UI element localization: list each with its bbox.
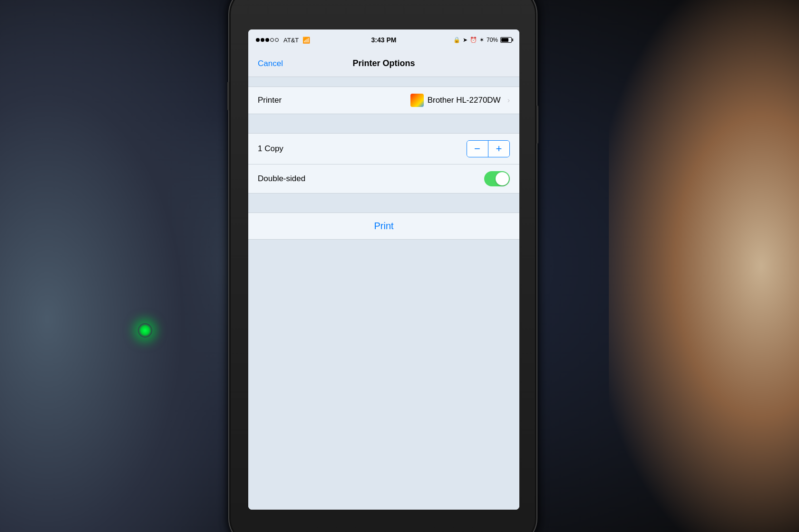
- signal-dot-1: [256, 38, 260, 42]
- status-left: AT&T 📶: [256, 37, 310, 44]
- alarm-icon: ⏰: [470, 37, 477, 43]
- print-row: Print: [248, 213, 519, 239]
- bokeh-green-light: [138, 323, 152, 338]
- chevron-right-icon: ›: [507, 96, 510, 105]
- print-section: Print: [248, 213, 519, 240]
- cancel-button[interactable]: Cancel: [258, 59, 283, 68]
- signal-dots: [256, 38, 279, 42]
- signal-dot-2: [261, 38, 264, 42]
- carrier-label: AT&T: [283, 37, 299, 44]
- signal-dot-4: [270, 38, 274, 42]
- printer-value: Brother HL-2270DW ›: [305, 94, 510, 107]
- battery-percent: 70%: [487, 37, 498, 43]
- section-gap-3: [248, 193, 519, 203]
- page-title: Printer Options: [352, 58, 415, 68]
- location-icon: ➤: [463, 37, 468, 43]
- phone-screen: AT&T 📶 3:43 PM 🔒 ➤ ⏰ ✶ 70%: [248, 29, 519, 510]
- side-button-left: [227, 82, 229, 110]
- double-sided-toggle[interactable]: [484, 171, 510, 186]
- printer-icon-inner: [410, 94, 424, 107]
- background-left: [0, 0, 238, 532]
- status-time: 3:43 PM: [371, 36, 397, 44]
- phone-device: AT&T 📶 3:43 PM 🔒 ➤ ⏰ ✶ 70%: [228, 0, 537, 532]
- status-right: 🔒 ➤ ⏰ ✶ 70%: [453, 37, 512, 43]
- signal-dot-5: [275, 38, 279, 42]
- printer-icon: [410, 94, 424, 107]
- battery-body: [500, 37, 512, 43]
- battery-icon: [500, 37, 512, 43]
- battery-fill: [501, 38, 508, 42]
- signal-dot-3: [265, 38, 269, 42]
- scene: AT&T 📶 3:43 PM 🔒 ➤ ⏰ ✶ 70%: [0, 0, 799, 532]
- stepper-minus-button[interactable]: −: [467, 141, 488, 157]
- copy-row: 1 Copy − +: [248, 134, 519, 164]
- status-bar: AT&T 📶 3:43 PM 🔒 ➤ ⏰ ✶ 70%: [248, 29, 519, 50]
- nav-bar: Cancel Printer Options: [248, 50, 519, 77]
- printer-label: Printer: [258, 96, 305, 105]
- printer-section: Printer Brother HL-2270DW ›: [248, 87, 519, 114]
- double-sided-row: Double-sided: [248, 164, 519, 193]
- copy-section: 1 Copy − + Double-sided: [248, 133, 519, 193]
- section-gap-2: [248, 114, 519, 124]
- printer-row[interactable]: Printer Brother HL-2270DW ›: [248, 87, 519, 114]
- bluetooth-icon: ✶: [479, 37, 484, 43]
- print-button[interactable]: Print: [374, 221, 393, 232]
- lock-icon: 🔒: [453, 37, 460, 43]
- section-gap-1: [248, 77, 519, 87]
- wifi-icon: 📶: [302, 37, 310, 44]
- background-right: [609, 0, 799, 532]
- side-button-right: [536, 106, 538, 144]
- double-sided-label: Double-sided: [258, 174, 484, 184]
- printer-name: Brother HL-2270DW: [428, 96, 501, 105]
- content-area: Printer Brother HL-2270DW ›: [248, 77, 519, 510]
- stepper-plus-button[interactable]: +: [488, 141, 509, 157]
- toggle-knob: [496, 172, 509, 185]
- copy-stepper: − +: [467, 140, 510, 157]
- copy-label: 1 Copy: [258, 144, 467, 154]
